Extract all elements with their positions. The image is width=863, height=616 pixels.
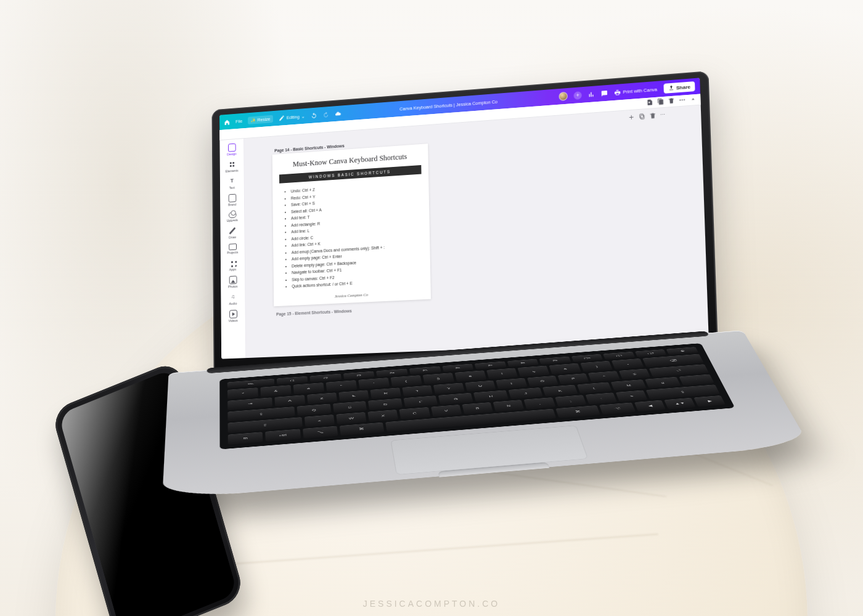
page-add-button[interactable] [646,99,653,107]
keyboard-key: F2 [310,374,342,383]
document-footer: Jessica Compton Co [284,290,420,301]
keyboard-key: V [431,405,462,416]
keyboard-key: & [260,385,291,397]
keyboard-key: < [304,415,334,427]
resize-button[interactable]: ✨ Resize [248,115,273,124]
keyboard-key: ◀ [634,400,666,411]
keyboard-key: O [526,376,558,387]
keyboard-key: T [402,385,433,397]
keyboard-key: ` [679,375,714,386]
document-page[interactable]: Must-Know Canva Keyboard Shortcuts WINDO… [272,144,431,306]
keyboard-key: à [549,363,581,375]
sidebar-item-label: Design [227,152,236,156]
uploads-icon [228,212,236,218]
pencil-icon [279,115,285,121]
keyboard-key: ² [227,387,258,399]
keyboard-key: ▶ [693,395,726,407]
sidebar-item-audio[interactable]: Audio [221,291,245,308]
text-icon [228,177,236,185]
keyboard-key: I [496,378,527,389]
keyboard-key: L [577,382,612,394]
editing-menu[interactable]: Editing ⌄ [279,113,305,121]
page-tool-add[interactable] [628,113,636,122]
keyboard-key: D [368,399,403,411]
keyboard-key: F [403,395,438,408]
canvas-area[interactable]: ⋯ Page 14 - Basic Shortcuts - Windows Mu… [244,105,709,359]
redo-button[interactable] [323,111,329,118]
keyboard-key: ( [390,375,422,386]
keyboard-key: F4 [376,369,407,378]
keyboard-key: R [370,387,401,399]
keyboard-key: G [438,393,473,405]
chevron-up-icon [689,95,697,103]
keyboard-key: F9 [539,357,571,365]
keyboard-key: Y [433,383,464,394]
keyboard-key: ) [581,361,613,372]
keyboard-key: N [493,400,525,411]
keyboard-key: F7 [475,362,507,370]
upload-icon [668,85,674,92]
user-avatar[interactable] [559,92,568,101]
add-collaborator-button[interactable]: + [574,91,582,100]
file-menu[interactable]: File [235,118,242,124]
keyboard-key: F6 [442,364,474,373]
keyboard-key: fn [228,432,263,445]
comment-button[interactable] [601,89,608,97]
page-delete-button[interactable] [668,97,675,106]
sidebar-item-label: Elements [226,169,239,173]
printer-icon [614,89,621,96]
cloud-sync-icon [335,110,341,117]
sidebar-item-label: Draw [229,235,236,239]
keyboard-key: Z [307,392,337,404]
sidebar-item-photos[interactable]: Photos [221,274,245,291]
sidebar-item-draw[interactable]: Draw [220,224,244,241]
sidebar-item-design[interactable]: Design [219,141,243,158]
brand-icon [228,194,236,203]
keyboard-key: " [325,380,357,392]
svg-rect-4 [640,114,644,118]
keyboard-key: ⌘ [340,423,384,436]
laptop: File ✨ Resize Editing ⌄ [185,86,727,517]
keyboard-key: = [616,391,648,402]
svg-point-0 [679,99,681,100]
page-more-button[interactable] [679,96,686,105]
sidebar-item-uploads[interactable]: Uploads [220,208,244,224]
shortcut-list: Undo: Ctrl + ZRedo: Ctrl + YSave: Ctrl +… [283,180,420,291]
page-tool-duplicate[interactable] [639,113,646,121]
keyboard-key: F12 [635,349,667,357]
sidebar-item-videos[interactable]: Videos [221,307,245,325]
keyboard-key: B [462,402,493,414]
photos-icon [229,276,237,285]
page-duplicate-button[interactable] [657,98,665,107]
keyboard-key: Q [297,404,331,416]
share-label: Share [676,84,690,91]
sidebar-item-brand[interactable]: Brand [220,192,244,209]
page-tool-delete[interactable] [649,112,656,121]
page-tool-more[interactable]: ⋯ [660,111,666,120]
sidebar-item-label: Uploads [227,218,238,222]
sidebar-item-label: Videos [229,318,238,322]
keyboard-key: X [368,410,399,422]
workspace: Design Elements Text [219,105,708,359]
sidebar-item-projects[interactable]: Projects [221,241,245,257]
home-button[interactable] [224,119,230,126]
keyboard-key: ⌥ [303,426,338,439]
add-page-icon [646,99,653,106]
resize-label: Resize [257,116,270,122]
keyboard-key: ctrl [266,429,301,442]
sidebar-item-apps[interactable]: Apps [221,256,245,274]
share-button[interactable]: Share [663,81,695,94]
sidebar-item-elements[interactable]: Elements [220,158,244,175]
keyboard-key: ç [518,366,550,377]
keyboard-key: , [524,397,555,409]
editing-label: Editing [287,114,300,120]
page-expand-button[interactable] [689,95,697,104]
insights-button[interactable] [588,91,595,98]
design-icon [227,144,235,152]
projects-icon [229,243,237,250]
keyboard-key: F8 [507,359,539,368]
print-with-canva-button[interactable]: Print with Canva [614,86,657,95]
sidebar-item-text[interactable]: Text [220,175,244,192]
keyboard-key: $ [619,368,651,379]
undo-button[interactable] [311,112,317,119]
